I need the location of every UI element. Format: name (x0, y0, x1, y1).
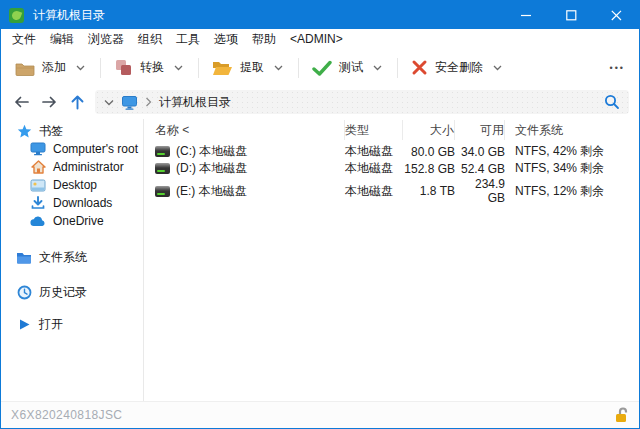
table-row-drive-c[interactable]: (C:) 本地磁盘 本地磁盘 80.0 GB 34.0 GB NTFS, 42%… (155, 143, 639, 160)
play-triangle-icon (16, 316, 32, 332)
status-bar: X6X820240818JSC (1, 401, 639, 428)
sidebar-section-bookmarks[interactable]: 书签 (1, 122, 143, 140)
drive-name: (C:) 本地磁盘 (176, 143, 247, 160)
menu-tools[interactable]: 工具 (169, 29, 207, 50)
menu-browser[interactable]: 浏览器 (81, 29, 131, 50)
table-row-drive-e[interactable]: (E:) 本地磁盘 本地磁盘 1.8 TB 234.9 GB NTFS, 12%… (155, 177, 639, 194)
hard-drive-icon (155, 163, 170, 174)
toolbar-separator (198, 58, 199, 78)
unlock-padlock-icon[interactable] (614, 407, 629, 423)
secure-delete-button[interactable]: 安全删除 (407, 59, 487, 76)
convert-icon (114, 59, 133, 76)
add-dropdown[interactable] (70, 63, 91, 73)
close-icon (611, 10, 622, 21)
convert-label: 转换 (140, 59, 164, 76)
history-clock-icon (16, 284, 32, 300)
extract-label: 提取 (240, 59, 264, 76)
drive-filesystem: NTFS, 34% 剩余 (505, 160, 639, 177)
minimize-icon (521, 10, 532, 21)
toolbar-more-button[interactable]: ••• (610, 63, 629, 73)
sidebar-item-label: Downloads (53, 196, 112, 210)
sidebar-item-label: Desktop (53, 178, 97, 192)
forward-arrow-icon (41, 95, 58, 109)
menu-admin[interactable]: <ADMIN> (283, 29, 350, 50)
bookmarks-label: 书签 (39, 123, 63, 140)
breadcrumb-bar[interactable]: 计算机根目录 (95, 90, 629, 114)
convert-button[interactable]: 转换 (110, 59, 168, 76)
menu-file[interactable]: 文件 (5, 29, 43, 50)
minimize-button[interactable] (504, 1, 549, 29)
secure-delete-label: 安全删除 (435, 59, 483, 76)
sidebar-item-desktop[interactable]: Desktop (1, 176, 143, 194)
maximize-button[interactable] (549, 1, 594, 29)
current-path[interactable]: 计算机根目录 (159, 94, 231, 111)
chevron-down-icon (76, 65, 85, 71)
drive-free: 52.4 GB (455, 162, 505, 176)
drive-size: 80.0 GB (403, 145, 455, 159)
forward-button[interactable] (39, 95, 59, 109)
sidebar-item-computers-root[interactable]: Computer's root (1, 140, 143, 158)
close-button[interactable] (594, 1, 639, 29)
back-arrow-icon (13, 95, 30, 109)
menu-help[interactable]: 帮助 (245, 29, 283, 50)
drive-name: (E:) 本地磁盘 (176, 183, 247, 200)
main-area: 书签 Computer's root Administrator Desktop (1, 119, 639, 401)
download-icon (30, 195, 46, 211)
cloud-icon (30, 213, 46, 229)
sidebar-item-downloads[interactable]: Downloads (1, 194, 143, 212)
menu-organize[interactable]: 组织 (131, 29, 169, 50)
column-header-size[interactable]: 大小 (403, 120, 455, 140)
convert-dropdown[interactable] (168, 63, 189, 73)
breadcrumb-separator-icon (145, 97, 152, 107)
add-button[interactable]: 添加 (11, 59, 70, 76)
title-bar: 计算机根目录 (1, 1, 639, 29)
table-row-drive-d[interactable]: (D:) 本地磁盘 本地磁盘 152.8 GB 52.4 GB NTFS, 34… (155, 160, 639, 177)
search-icon[interactable] (604, 94, 620, 110)
back-button[interactable] (11, 95, 31, 109)
add-label: 添加 (42, 59, 66, 76)
extract-dropdown[interactable] (268, 63, 289, 73)
column-header-filesystem[interactable]: 文件系统 (505, 120, 639, 140)
sidebar-section-open[interactable]: 打开 (1, 315, 143, 333)
home-icon (30, 159, 46, 175)
window-title: 计算机根目录 (33, 7, 105, 24)
toolbar-separator (397, 58, 398, 78)
chevron-down-icon (174, 65, 183, 71)
sidebar: 书签 Computer's root Administrator Desktop (1, 119, 144, 401)
hard-drive-icon (155, 186, 170, 197)
status-session-code: X6X820240818JSC (11, 408, 122, 422)
sidebar-section-history[interactable]: 历史记录 (1, 283, 143, 301)
computer-icon (121, 95, 138, 110)
sidebar-item-administrator[interactable]: Administrator (1, 158, 143, 176)
secure-delete-dropdown[interactable] (487, 63, 508, 73)
column-header-name[interactable]: 名称 < (155, 120, 345, 140)
drive-filesystem: NTFS, 42% 剩余 (505, 143, 639, 160)
drive-type: 本地磁盘 (345, 143, 403, 160)
toolbar-separator (100, 58, 101, 78)
drive-size: 1.8 TB (403, 184, 455, 198)
chevron-down-icon (274, 65, 283, 71)
extract-folder-icon (212, 60, 233, 76)
test-dropdown[interactable] (367, 63, 388, 73)
drive-size: 152.8 GB (403, 162, 455, 176)
sidebar-item-label: Administrator (53, 160, 124, 174)
up-button[interactable] (67, 94, 87, 110)
desktop-icon (30, 177, 46, 193)
test-check-icon (312, 60, 332, 76)
menu-options[interactable]: 选项 (207, 29, 245, 50)
column-header-free[interactable]: 可用 (455, 120, 505, 140)
test-button[interactable]: 测试 (308, 59, 367, 76)
extract-button[interactable]: 提取 (208, 59, 268, 76)
menu-bar: 文件 编辑 浏览器 组织 工具 选项 帮助 <ADMIN> (1, 29, 639, 50)
drive-free: 234.9 GB (455, 177, 505, 205)
sidebar-item-onedrive[interactable]: OneDrive (1, 212, 143, 230)
chevron-down-icon (493, 65, 502, 71)
archive-add-icon (15, 60, 35, 76)
drive-free: 34.0 GB (455, 145, 505, 159)
computer-icon (30, 141, 46, 157)
drive-type: 本地磁盘 (345, 183, 403, 200)
sidebar-section-filesystem[interactable]: 文件系统 (1, 248, 143, 266)
drive-name: (D:) 本地磁盘 (176, 160, 247, 177)
menu-edit[interactable]: 编辑 (43, 29, 81, 50)
column-header-type[interactable]: 类型 (345, 120, 403, 140)
